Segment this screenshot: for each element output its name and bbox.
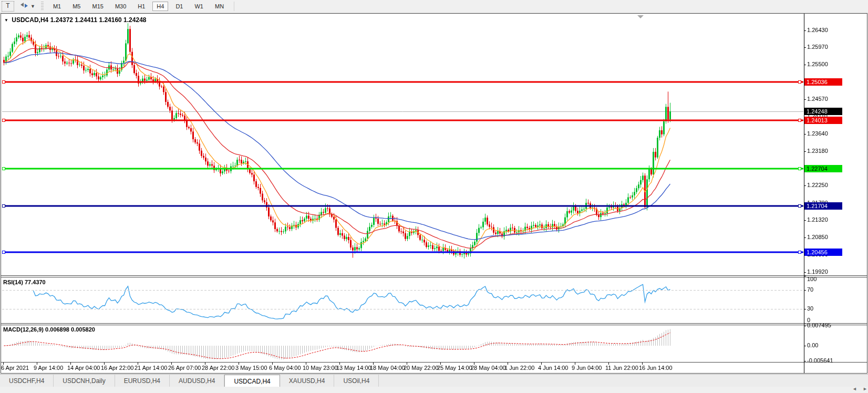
timeframe-button-group: M1M5M15M30H1H4D1W1MN xyxy=(47,2,230,11)
time-axis-label: 1 Jun 22:00 xyxy=(504,365,535,371)
rsi-tick-label: 30 xyxy=(807,305,813,312)
timeframe-button-H4[interactable]: H4 xyxy=(152,2,168,11)
rsi-name: RSI(14) xyxy=(3,279,23,285)
time-axis-label: 13 May 14:00 xyxy=(336,365,371,371)
price-tick-label: 1.26430 xyxy=(807,27,828,33)
time-axis-label: 16 Jun 14:00 xyxy=(639,365,673,371)
tab-usdcad-h4[interactable]: USDCAD,H4 xyxy=(224,375,280,387)
timeframe-button-M30[interactable]: M30 xyxy=(111,2,130,11)
rsi-tick-label: 100 xyxy=(807,276,817,282)
price-tick-label: 1.24570 xyxy=(807,96,828,102)
time-axis-label: 21 Apr 14:00 xyxy=(135,365,167,371)
time-axis-label: 9 Jun 04:00 xyxy=(572,365,602,371)
price-line-label[interactable]: 1.22704 xyxy=(804,165,842,172)
symbol-dropdown-icon[interactable]: ▼ xyxy=(4,18,8,23)
tab-eurusd-h4[interactable]: EURUSD,H4 xyxy=(115,375,170,387)
price-tick-label: 1.25970 xyxy=(807,44,828,50)
chevron-down-icon: ▼ xyxy=(30,4,35,9)
tab-audusd-h4[interactable]: AUDUSD,H4 xyxy=(170,375,224,387)
time-axis-label: 10 May 23:00 xyxy=(303,365,338,371)
time-axis-label: 20 May 22:00 xyxy=(404,365,439,371)
time-axis-label: 16 Apr 22:00 xyxy=(101,365,133,371)
current-price-label: 1.24248 xyxy=(804,108,842,115)
tab-usoil-h4[interactable]: USOil,H4 xyxy=(334,375,379,387)
price-tick-label: 1.20850 xyxy=(807,234,828,240)
macd-tick-label: -0.005641 xyxy=(807,357,833,364)
time-axis-label: 18 May 04:00 xyxy=(370,365,405,371)
macd-tick-label: 0.007495 xyxy=(807,322,831,328)
timeframe-button-D1[interactable]: D1 xyxy=(171,2,187,11)
timeframe-button-M15[interactable]: M15 xyxy=(88,2,107,11)
tab-usdcnh-daily[interactable]: USDCNH,Daily xyxy=(54,375,115,387)
time-axis-label: 3 May 15:00 xyxy=(235,365,267,371)
price-tick-label: 1.19920 xyxy=(807,268,828,275)
time-axis-label: 14 Apr 04:00 xyxy=(67,365,100,371)
time-axis-label: 11 Jun 22:00 xyxy=(605,365,638,371)
timeframe-button-MN[interactable]: MN xyxy=(211,2,228,11)
arrows-tool-icon xyxy=(19,2,29,11)
chart-canvas[interactable] xyxy=(0,0,868,393)
tab-scroll-right-icon[interactable]: ► xyxy=(863,386,867,391)
time-axis-label: 25 May 14:00 xyxy=(437,365,472,371)
arrows-tool-button[interactable]: ▼ xyxy=(18,2,36,11)
timeframe-button-W1[interactable]: W1 xyxy=(190,2,208,11)
macd-value: 0.006898 xyxy=(45,326,69,333)
time-axis-label: 28 May 04:00 xyxy=(471,365,506,371)
toolbar-grip xyxy=(41,2,44,11)
tab-usdchf-h4[interactable]: USDCHF,H4 xyxy=(0,375,54,387)
timeframe-button-M5[interactable]: M5 xyxy=(68,2,85,11)
macd-name: MACD(12,26,9) xyxy=(3,326,44,333)
price-line-label[interactable]: 1.24013 xyxy=(804,117,842,124)
rsi-tick-label: 70 xyxy=(807,286,813,293)
time-axis-label: 26 Apr 07:00 xyxy=(168,365,201,371)
text-tool-button[interactable]: T xyxy=(2,1,14,12)
macd-tick-label: 0.00 xyxy=(807,342,818,348)
timeframe-button-M1[interactable]: M1 xyxy=(49,2,65,11)
price-tick-label: 1.25500 xyxy=(807,61,828,67)
price-tick-label: 1.21320 xyxy=(807,216,828,223)
price-line-label[interactable]: 1.25036 xyxy=(804,78,842,86)
rsi-value: 77.4370 xyxy=(25,279,46,285)
price-tick-label: 1.23640 xyxy=(807,130,828,137)
chart-title: ▼ USDCAD,H4 1.24372 1.24411 1.24160 1.24… xyxy=(4,16,146,24)
bottom-strip: ◄ ► xyxy=(0,387,868,393)
price-line-label[interactable]: 1.20456 xyxy=(804,249,842,256)
tab-xauusd-h4[interactable]: XAUUSD,H4 xyxy=(280,375,335,387)
rsi-panel-label: RSI(14) 77.4370 xyxy=(3,279,46,285)
price-line-label[interactable]: 1.21704 xyxy=(804,202,842,210)
symbol-tab-bar: USDCHF,H4USDCNH,DailyEURUSD,H4AUDUSD,H4U… xyxy=(0,374,868,387)
time-axis-label: 4 Jun 14:00 xyxy=(538,365,569,371)
time-axis-label: 9 Apr 14:00 xyxy=(34,365,63,371)
price-tick-label: 1.22250 xyxy=(807,182,828,188)
time-axis-label: 28 Apr 22:00 xyxy=(202,365,234,371)
tab-scroll-left-icon[interactable]: ◄ xyxy=(852,386,857,391)
toolbar-separator xyxy=(234,2,234,11)
macd-panel-label: MACD(12,26,9) 0.006898 0.005820 xyxy=(3,326,95,333)
time-axis-label: 6 Apr 2021 xyxy=(1,365,29,371)
chart-title-symbol: USDCAD,H4 xyxy=(12,16,48,24)
toolbar: T ▼ M1M5M15M30H1H4D1W1MN xyxy=(0,0,868,13)
timeframe-button-H1[interactable]: H1 xyxy=(133,2,149,11)
price-tick-label: 1.23180 xyxy=(807,148,828,154)
macd-signal-value: 0.005820 xyxy=(71,326,95,333)
time-axis-label: 6 May 04:00 xyxy=(269,365,301,371)
chart-title-ohlc: 1.24372 1.24411 1.24160 1.24248 xyxy=(50,16,147,24)
